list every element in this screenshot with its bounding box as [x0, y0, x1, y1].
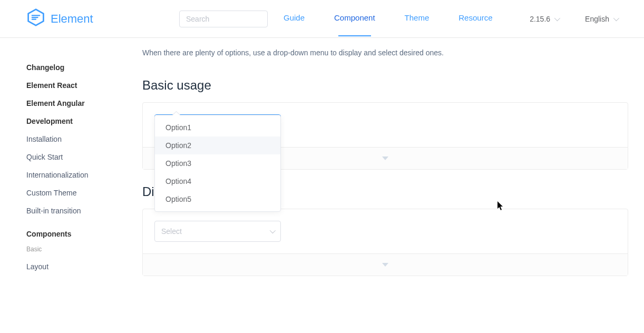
select-option[interactable]: Option5 — [155, 190, 280, 208]
chevron-down-icon — [613, 15, 619, 21]
chevron-down-icon — [270, 228, 276, 233]
sidebar-changelog[interactable]: Changelog — [26, 63, 142, 72]
select-placeholder: Select — [161, 227, 182, 236]
logo-icon — [26, 8, 45, 30]
demo-disabled: Select — [142, 209, 628, 276]
sidebar-layout[interactable]: Layout — [26, 262, 142, 271]
sidebar-element-react[interactable]: Element React — [26, 81, 142, 90]
triangle-down-icon — [382, 156, 388, 160]
language-label: English — [585, 15, 609, 23]
intro-text: When there are plenty of options, use a … — [142, 48, 628, 57]
sidebar-element-angular[interactable]: Element Angular — [26, 99, 142, 107]
select-option[interactable]: Option4 — [155, 172, 280, 190]
nav-theme[interactable]: Theme — [405, 13, 430, 24]
version-label: 2.15.6 — [530, 15, 550, 23]
nav-guide[interactable]: Guide — [284, 13, 305, 24]
select-dropdown-panel: Option1 Option2 Option3 Option4 Option5 — [154, 115, 281, 212]
sidebar-installation[interactable]: Installation — [26, 135, 142, 143]
brand-name: Element — [51, 12, 93, 26]
nav-component[interactable]: Component — [334, 13, 375, 24]
triangle-down-icon — [382, 263, 388, 267]
select-disabled[interactable]: Select — [154, 221, 281, 242]
sidebar-quick-start[interactable]: Quick Start — [26, 153, 142, 161]
main-content: When there are plenty of options, use a … — [142, 38, 644, 291]
section-basic-usage-title: Basic usage — [142, 78, 628, 93]
select-option[interactable]: Option3 — [155, 154, 280, 172]
search-input[interactable] — [179, 11, 268, 27]
search-wrap — [179, 11, 268, 27]
language-dropdown[interactable]: English — [585, 15, 618, 23]
demo-expand-button[interactable] — [143, 253, 628, 276]
sidebar-built-in-transition[interactable]: Built-in transition — [26, 207, 142, 215]
nav-resource[interactable]: Resource — [458, 13, 492, 24]
top-bar: Element Guide Component Theme Resource 2… — [0, 0, 644, 38]
select-option[interactable]: Option2 — [155, 136, 280, 154]
select-option[interactable]: Option1 — [155, 119, 280, 136]
sidebar-internationalization[interactable]: Internationalization — [26, 171, 142, 179]
sidebar-category-basic: Basic — [26, 246, 142, 253]
chevron-down-icon — [554, 15, 560, 21]
brand-logo[interactable]: Element — [26, 8, 179, 30]
top-nav: Guide Component Theme Resource — [284, 13, 492, 24]
sidebar-components-header: Components — [26, 230, 142, 238]
version-dropdown[interactable]: 2.15.6 — [530, 15, 559, 23]
sidebar-custom-theme[interactable]: Custom Theme — [26, 189, 142, 197]
sidebar-development[interactable]: Development — [26, 117, 142, 125]
sidebar: Changelog Element React Element Angular … — [0, 38, 142, 291]
